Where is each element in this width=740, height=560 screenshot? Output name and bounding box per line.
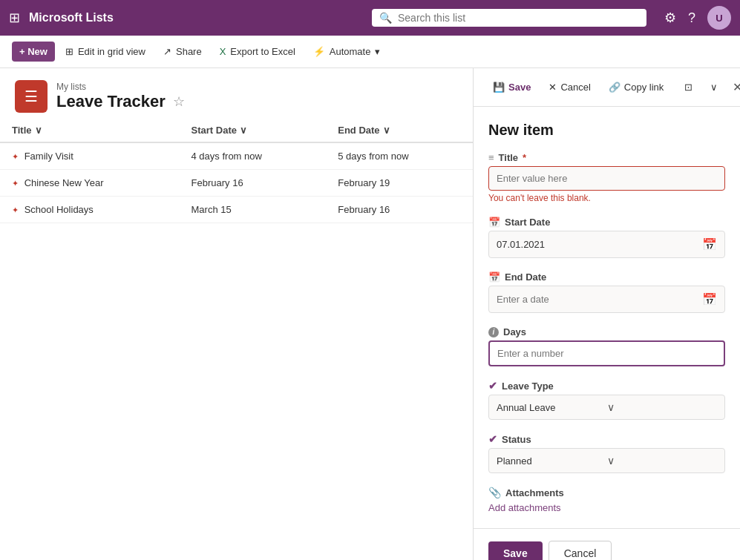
search-bar[interactable]: 🔍 [372, 9, 646, 27]
leave-type-label: ✔ Leave Type [488, 380, 725, 392]
automate-label: Automate [330, 46, 371, 57]
table-row[interactable]: ✦ School Holidays March 15 February 16 [0, 197, 473, 223]
add-attachments-link[interactable]: Add attachments [488, 502, 561, 513]
cell-end-date: February 16 [326, 197, 473, 223]
list-panel: ☰ My lists Leave Tracker ☆ Title ∨ [0, 68, 473, 560]
days-input[interactable] [488, 340, 725, 366]
days-field: i Days [488, 326, 725, 366]
row-icon: ✦ [12, 179, 19, 188]
cancel-top-label: Cancel [560, 82, 590, 93]
start-date-field: 📅 Start Date 📅 [488, 217, 725, 258]
grid-icon[interactable]: ⊞ [9, 10, 20, 26]
excel-icon: X [220, 46, 226, 57]
expand-icon: ∨ [710, 82, 718, 93]
cell-title: ✦ School Holidays [0, 197, 180, 223]
cell-title: ✦ Family Visit [0, 142, 180, 170]
more-options-button[interactable]: ⊡ [677, 77, 700, 97]
end-date-field: 📅 End Date 📅 [488, 271, 725, 313]
share-icon: ↗ [163, 46, 171, 57]
form-title: New item [488, 122, 725, 139]
status-check-icon: ✔ [488, 433, 497, 445]
start-date-cal-icon: 📅 [488, 217, 500, 228]
title-field: ≡ Title * You can't leave this blank. [488, 152, 725, 203]
favorite-star-icon[interactable]: ☆ [173, 93, 185, 110]
col-start-date: Start Date ∨ [180, 119, 327, 142]
list-title: Leave Tracker [56, 92, 166, 111]
status-dropdown[interactable]: Planned ∨ [488, 448, 725, 473]
items-table: Title ∨ Start Date ∨ End [0, 119, 473, 223]
form-footer: Save Cancel [474, 528, 740, 560]
share-button[interactable]: ↗ Share [156, 42, 209, 62]
table-row[interactable]: ✦ Family Visit 4 days from now 5 days fr… [0, 142, 473, 170]
leave-type-value: Annual Leave [497, 402, 607, 413]
new-button[interactable]: + New [12, 42, 55, 62]
row-icon: ✦ [12, 152, 19, 161]
automate-button[interactable]: ⚡ Automate ▾ [306, 42, 388, 62]
leave-type-field: ✔ Leave Type Annual Leave ∨ [488, 380, 725, 420]
leave-type-check-icon: ✔ [488, 380, 497, 392]
start-date-input-container: 📅 [488, 231, 725, 258]
form-cancel-bottom-button[interactable]: Cancel [549, 541, 612, 560]
col-title: Title ∨ [0, 119, 180, 142]
edit-grid-icon: ⊞ [65, 46, 73, 57]
search-icon: 🔍 [379, 12, 392, 24]
avatar[interactable]: U [707, 6, 731, 30]
end-date-picker-icon[interactable]: 📅 [702, 292, 717, 306]
start-date-input[interactable] [497, 239, 702, 250]
expand-button[interactable]: ∨ [703, 77, 725, 97]
sort-icon-title[interactable]: ∨ [35, 125, 42, 136]
form-cancel-top-button[interactable]: ✕ Cancel [541, 77, 597, 97]
title-input[interactable] [488, 166, 725, 191]
table-row[interactable]: ✦ Chinese New Year February 16 February … [0, 170, 473, 197]
settings-button[interactable]: ⚙ [664, 10, 676, 26]
leave-type-dropdown[interactable]: Annual Leave ∨ [488, 395, 725, 420]
copy-link-icon: 🔗 [609, 82, 621, 93]
form-save-bottom-button[interactable]: Save [488, 541, 543, 560]
form-save-top-button[interactable]: 💾 Save [485, 77, 538, 97]
form-panel: 💾 Save ✕ Cancel 🔗 Copy link ⊡ ∨ ✕ [473, 68, 740, 560]
cell-start-date: 4 days from now [180, 142, 327, 170]
col-end-date: End Date ∨ [326, 119, 473, 142]
title-error: You can't leave this blank. [488, 193, 725, 203]
end-date-input[interactable] [497, 294, 702, 305]
end-date-input-container: 📅 [488, 286, 725, 313]
form-topbar: 💾 Save ✕ Cancel 🔗 Copy link ⊡ ∨ ✕ [474, 68, 740, 107]
edit-grid-button[interactable]: ⊞ Edit in grid view [58, 42, 153, 62]
attachments-paperclip-icon: 📎 [488, 487, 501, 498]
end-date-cal-icon: 📅 [488, 271, 500, 283]
copy-link-label: Copy link [624, 82, 664, 93]
close-icon: ✕ [733, 81, 740, 93]
search-input[interactable] [398, 12, 639, 24]
copy-link-button[interactable]: 🔗 Copy link [601, 77, 671, 97]
nav-icons: ⚙ ? U [664, 6, 731, 30]
list-title-group: My lists Leave Tracker ☆ [56, 82, 185, 111]
start-date-picker-icon[interactable]: 📅 [702, 237, 717, 251]
toolbar: + New ⊞ Edit in grid view ↗ Share X Expo… [0, 36, 740, 68]
edit-grid-label: Edit in grid view [78, 46, 145, 57]
status-label: ✔ Status [488, 433, 725, 445]
app-title: Microsoft Lists [29, 11, 114, 24]
attachments-field: 📎 Attachments Add attachments [488, 487, 725, 513]
cell-title: ✦ Chinese New Year [0, 170, 180, 197]
status-field: ✔ Status Planned ∨ [488, 433, 725, 473]
cell-end-date: February 19 [326, 170, 473, 197]
export-excel-button[interactable]: X Export to Excel [212, 42, 303, 62]
cancel-top-icon: ✕ [549, 82, 557, 93]
share-label: Share [176, 46, 202, 57]
list-header: ☰ My lists Leave Tracker ☆ [0, 68, 473, 119]
days-info-icon: i [488, 327, 499, 337]
new-button-label: + New [19, 46, 48, 57]
start-date-label: 📅 Start Date [488, 217, 725, 228]
main-area: ☰ My lists Leave Tracker ☆ Title ∨ [0, 68, 740, 560]
sort-icon-start-date[interactable]: ∨ [240, 125, 247, 136]
required-indicator: * [523, 152, 526, 163]
export-excel-label: Export to Excel [230, 46, 295, 57]
top-navbar: ⊞ Microsoft Lists 🔍 ⚙ ? U [0, 0, 740, 36]
help-button[interactable]: ? [688, 10, 695, 26]
close-panel-button[interactable]: ✕ [728, 76, 740, 99]
cell-end-date: 5 days from now [326, 142, 473, 170]
sort-icon-end-date[interactable]: ∨ [383, 125, 390, 136]
automate-icon: ⚡ [313, 46, 325, 57]
status-value: Planned [497, 455, 607, 467]
end-date-label: 📅 End Date [488, 271, 725, 283]
